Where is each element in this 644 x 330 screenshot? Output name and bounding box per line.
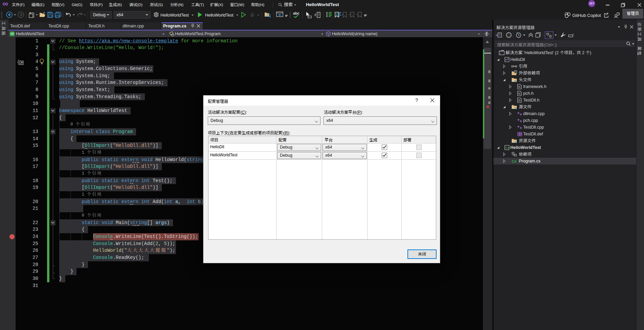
svg-text:h: h xyxy=(518,86,520,89)
svg-text:h: h xyxy=(518,92,520,96)
svg-text:C#: C# xyxy=(512,159,516,163)
svg-text:h: h xyxy=(518,99,520,103)
svg-text:C#: C# xyxy=(505,146,509,150)
